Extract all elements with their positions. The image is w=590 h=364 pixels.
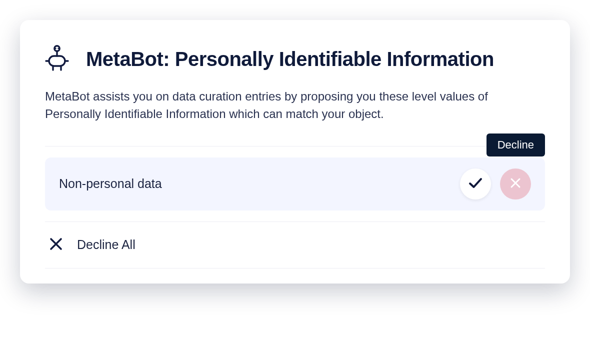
metabot-card: MetaBot: Personally Identifiable Informa… <box>20 20 570 284</box>
footer-row[interactable]: Decline All <box>45 222 545 268</box>
card-header: MetaBot: Personally Identifiable Informa… <box>45 45 545 73</box>
divider <box>45 268 545 268</box>
svg-point-2 <box>58 48 59 50</box>
svg-point-1 <box>55 48 56 50</box>
accept-button[interactable] <box>460 168 491 200</box>
suggestion-block: Decline Non-personal data <box>45 158 545 210</box>
x-icon <box>49 237 63 253</box>
card-title: MetaBot: Personally Identifiable Informa… <box>86 48 494 70</box>
close-icon <box>510 177 522 190</box>
decline-tooltip: Decline <box>486 134 545 156</box>
decline-all-label: Decline All <box>77 238 136 252</box>
suggestion-label: Non-personal data <box>59 176 162 191</box>
decline-button[interactable] <box>500 168 531 200</box>
svg-rect-4 <box>49 56 65 66</box>
card-description: MetaBot assists you on data curation ent… <box>45 88 545 123</box>
suggestion-row: Non-personal data <box>45 158 545 210</box>
bot-icon <box>45 45 69 73</box>
divider <box>45 146 545 146</box>
check-icon <box>468 175 484 192</box>
suggestion-actions <box>460 168 531 200</box>
